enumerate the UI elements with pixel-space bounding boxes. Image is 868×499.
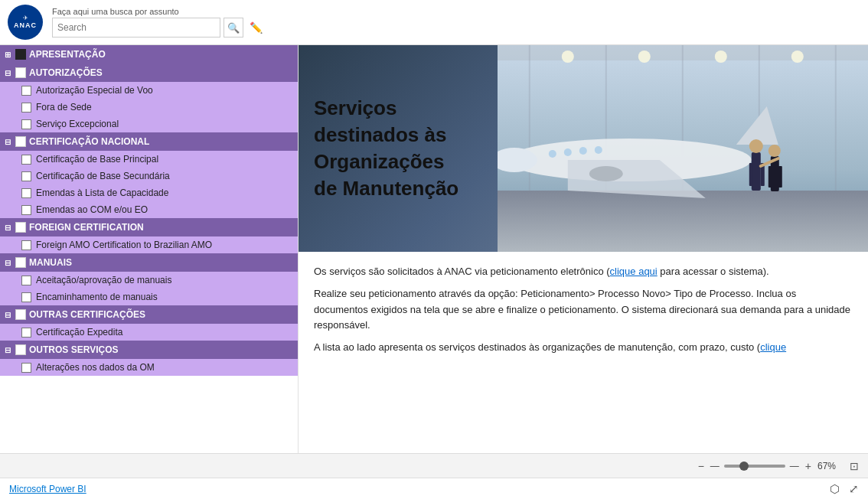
sub-checkbox[interactable] (21, 276, 31, 285)
checkbox-manuais[interactable] (15, 257, 26, 268)
fit-screen-button[interactable]: ⊡ (850, 460, 859, 472)
search-button[interactable]: 🔍 (224, 18, 243, 38)
svg-point-18 (564, 148, 572, 156)
expand-icon[interactable]: ⤢ (849, 482, 859, 496)
search-area: Faça aqui uma busca por assunto 🔍 ✏️ (52, 7, 265, 38)
svg-point-10 (715, 51, 727, 63)
section-header-outras-cert[interactable]: ⊟ OUTRAS CERTIFICAÇÕES (0, 305, 298, 324)
expand-icon-apresentacao: ⊞ (5, 51, 11, 59)
sub-checkbox[interactable] (21, 171, 31, 181)
zoom-dash-right: — (790, 461, 799, 471)
search-input[interactable] (52, 18, 220, 38)
paragraph-3: A lista ao lado apresenta os serviços de… (314, 340, 853, 356)
list-item[interactable]: Aceitação/aprovação de manuais (0, 272, 298, 289)
section-outras-cert: ⊟ OUTRAS CERTIFICAÇÕES Certificação Expe… (0, 305, 298, 341)
sub-item-label: Aceitação/aprovação de manuais (36, 275, 171, 285)
list-item[interactable]: Emendas ao COM e/ou EO (0, 201, 298, 218)
zoom-plus-button[interactable]: + (804, 460, 813, 472)
list-item[interactable]: Foreign AMO Certification to Brazilian A… (0, 236, 298, 253)
expand-icon-manuais: ⊟ (5, 259, 11, 267)
list-item[interactable]: Autorização Especial de Voo (0, 82, 298, 99)
svg-point-22 (749, 139, 763, 153)
powerbi-link[interactable]: Microsoft Power BI (9, 484, 86, 494)
section-label-outras-cert: OUTRAS CERTIFICAÇÕES (29, 309, 145, 320)
svg-rect-28 (778, 166, 782, 188)
section-header-outros-servicos[interactable]: ⊟ OUTROS SERVIÇOS (0, 341, 298, 359)
sub-item-label: Certificação Expedita (36, 327, 122, 338)
section-header-cert-nacional[interactable]: ⊟ CERTIFICAÇÃO NACIONAL (0, 132, 298, 151)
footer-bar: Microsoft Power BI ⬡ ⤢ (0, 478, 868, 499)
list-item[interactable]: Serviço Excepcional (0, 116, 298, 132)
share-icon[interactable]: ⬡ (830, 482, 840, 496)
zoom-percentage: 67% (817, 461, 845, 471)
svg-point-20 (595, 146, 602, 154)
sub-item-label: Emendas à Lista de Capacidade (36, 188, 168, 198)
search-row: 🔍 ✏️ (52, 18, 265, 38)
checkbox-autorizacoes[interactable] (15, 67, 26, 78)
section-header-apresentacao[interactable]: ⊞ APRESENTAÇÃO (0, 45, 298, 64)
paragraph1-link[interactable]: clique aqui (610, 266, 658, 277)
sub-item-label: Certificação de Base Principal (36, 154, 158, 165)
section-label-autorizacoes: AUTORIZAÇÕES (29, 67, 103, 78)
sub-checkbox[interactable] (21, 205, 31, 215)
svg-rect-23 (749, 163, 753, 186)
svg-rect-27 (768, 166, 772, 188)
sub-item-label: Emendas ao COM e/ou EO (36, 204, 148, 215)
sub-item-label: Serviço Excepcional (36, 119, 119, 129)
checkbox-foreign[interactable] (15, 222, 26, 233)
paragraph3-link[interactable]: clique (760, 341, 786, 353)
list-item[interactable]: Encaminhamento de manuais (0, 289, 298, 305)
section-header-foreign[interactable]: ⊟ FOREIGN CERTIFICATION (0, 218, 298, 236)
hero-title-line2: destinados às (314, 122, 458, 148)
sidebar: ⊞ APRESENTAÇÃO ⊟ AUTORIZAÇÕES Autorizaçã… (0, 45, 299, 453)
list-item[interactable]: Fora de Sede (0, 99, 298, 116)
svg-point-17 (549, 150, 556, 158)
checkbox-outras-cert[interactable] (15, 309, 26, 320)
expand-icon-cert-nacional: ⊟ (5, 138, 11, 146)
list-item[interactable]: Alterações nos dados da OM (0, 359, 298, 376)
section-label-foreign: FOREIGN CERTIFICATION (29, 222, 144, 233)
edit-icon-button[interactable]: ✏️ (246, 18, 265, 37)
sub-checkbox[interactable] (21, 155, 31, 165)
checkbox-outros-servicos[interactable] (15, 344, 26, 355)
sub-checkbox[interactable] (21, 292, 31, 302)
expand-icon-outras-cert: ⊟ (5, 311, 11, 319)
list-item[interactable]: Certificação de Base Principal (0, 151, 298, 168)
zoom-slider[interactable] (724, 465, 785, 468)
paragraph3-pre: A lista ao lado apresenta os serviços de… (314, 341, 760, 353)
checkbox-cert-nacional[interactable] (15, 136, 26, 147)
header: ✈ ANAC Faça aqui uma busca por assunto 🔍… (0, 0, 868, 45)
checkbox-apresentacao[interactable] (15, 49, 26, 60)
section-header-manuais[interactable]: ⊟ MANUAIS (0, 253, 298, 272)
footer-icons: ⬡ ⤢ (830, 482, 859, 496)
list-item[interactable]: Certificação Expedita (0, 324, 298, 341)
section-manuais: ⊟ MANUAIS Aceitação/aprovação de manuais… (0, 253, 298, 305)
section-header-autorizacoes[interactable]: ⊟ AUTORIZAÇÕES (0, 64, 298, 82)
hero-image: Serviços destinados às Organizações de M… (299, 45, 868, 252)
sub-item-label: Foreign AMO Certification to Brazilian A… (36, 240, 212, 250)
svg-point-16 (589, 166, 623, 181)
expand-icon-outros-servicos: ⊟ (5, 346, 11, 354)
sub-item-label: Fora de Sede (36, 102, 92, 113)
list-item[interactable]: Certificação de Base Secundária (0, 168, 298, 184)
section-foreign-certification: ⊟ FOREIGN CERTIFICATION Foreign AMO Cert… (0, 218, 298, 253)
sub-checkbox[interactable] (21, 103, 31, 113)
svg-point-9 (638, 51, 651, 63)
sub-checkbox[interactable] (21, 240, 31, 250)
content-area: ⊞ APRESENTAÇÃO ⊟ AUTORIZAÇÕES Autorizaçã… (0, 45, 868, 453)
sub-checkbox[interactable] (21, 119, 31, 129)
sub-checkbox[interactable] (21, 188, 31, 198)
zoom-minus-button[interactable]: − (697, 460, 706, 472)
search-hint-label: Faça aqui uma busca por assunto (52, 7, 265, 16)
zoom-controls: − — — + 67% ⊡ (697, 460, 859, 472)
logo-area: ✈ ANAC (8, 5, 43, 40)
sub-checkbox[interactable] (21, 328, 31, 338)
sub-item-label: Encaminhamento de manuais (36, 292, 158, 302)
sub-checkbox[interactable] (21, 86, 31, 96)
paragraph-1: Os serviços são solicitados à ANAC via p… (314, 264, 853, 280)
sub-checkbox[interactable] (21, 363, 31, 373)
list-item[interactable]: Emendas à Lista de Capacidade (0, 184, 298, 201)
section-autorizacoes: ⊟ AUTORIZAÇÕES Autorização Especial de V… (0, 64, 298, 132)
section-apresentacao: ⊞ APRESENTAÇÃO (0, 45, 298, 64)
sub-item-label: Autorização Especial de Voo (36, 85, 153, 96)
